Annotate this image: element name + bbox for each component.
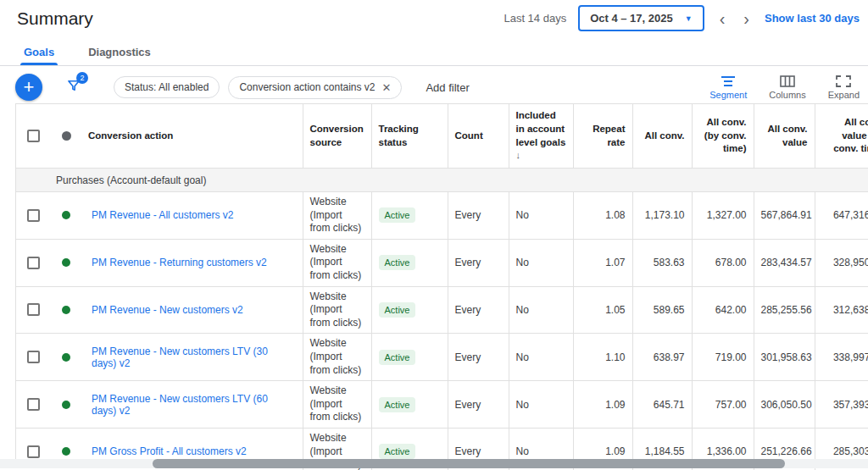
row-select-cell (15, 286, 51, 334)
plus-icon: + (24, 76, 35, 98)
conversion-action-link[interactable]: PM Revenue - Returning customers v2 (88, 257, 267, 268)
status-dot-header-cell (51, 104, 81, 169)
columns-icon (780, 75, 795, 87)
all-conv-value-cell: 567,864.91 (754, 192, 815, 240)
tab-diagnostics[interactable]: Diagnostics (83, 39, 156, 65)
included-cell: No (509, 286, 573, 334)
segment-label: Segment (709, 90, 747, 100)
all-conv-time-cell: 1,327.00 (692, 192, 754, 240)
count-cell: Every (448, 286, 509, 334)
conversion-action-cell: PM Revenue - All customers v2 (81, 192, 303, 240)
conversion-source-cell: Website (Import from clicks) (303, 239, 371, 286)
conversion-source-cell: Website (Import from clicks) (303, 286, 371, 334)
enabled-status-dot-icon (62, 306, 70, 314)
row-checkbox[interactable] (27, 257, 40, 269)
conversion-action-link[interactable]: PM Revenue - All customers v2 (88, 209, 233, 221)
columns-label: Columns (769, 90, 805, 100)
header-repeat-rate[interactable]: Repeat rate (573, 104, 632, 169)
date-range-picker[interactable]: Oct 4 – 17, 2025 ▼ (578, 5, 704, 31)
row-checkbox[interactable] (27, 209, 40, 222)
enabled-status-dot-icon (62, 353, 70, 362)
row-select-cell (15, 334, 51, 381)
all-conv-value-cell: 306,050.50 (754, 381, 815, 429)
conversion-source-cell: Website (Import from clicks) (303, 334, 371, 381)
conversion-row: PM Revenue - New customers LTV (30 days)… (15, 334, 868, 381)
all-conv-value-cell: 285,255.56 (754, 286, 815, 334)
row-status-cell (51, 286, 81, 334)
conversion-row: PM Revenue - All customers v2 Website (I… (15, 192, 868, 240)
date-range-value: Oct 4 – 17, 2025 (590, 12, 673, 25)
conversion-action-cell: PM Revenue - New customers LTV (60 days)… (81, 381, 303, 429)
included-cell: No (509, 239, 573, 286)
filter-button[interactable]: 2 (66, 78, 81, 97)
conversion-action-cell: PM Revenue - New customers LTV (30 days)… (81, 334, 303, 381)
all-conv-value-time-cell: 328,950.63 (815, 239, 868, 286)
tracking-status-badge: Active (379, 207, 416, 223)
header-all-conv-value-time[interactable]: All conv. value (by conv. time) (815, 104, 868, 169)
all-conv-cell: 645.71 (632, 381, 692, 429)
filter-chip-conversion[interactable]: Conversion action contains v2 ✕ (228, 76, 402, 99)
all-conv-value-cell: 301,958.63 (754, 334, 815, 381)
row-checkbox[interactable] (27, 303, 40, 316)
expand-label: Expand (828, 90, 860, 100)
tracking-status-cell: Active (371, 334, 448, 381)
status-dot-icon (62, 131, 71, 141)
row-select-cell (15, 239, 51, 286)
header-tracking-status[interactable]: Tracking status (371, 104, 448, 169)
date-range-cluster: Last 14 days Oct 4 – 17, 2025 ▼ ‹ › Show… (504, 5, 860, 31)
show-last-30-days-link[interactable]: Show last 30 days (765, 12, 860, 25)
count-cell: Every (448, 192, 509, 240)
included-cell: No (509, 381, 573, 429)
repeat-rate-cell: 1.09 (573, 381, 632, 429)
header-all-conv[interactable]: All conv. (632, 104, 692, 169)
row-status-cell (51, 239, 81, 286)
all-conv-value-time-cell: 312,638.62 (815, 286, 868, 334)
row-checkbox[interactable] (27, 398, 40, 411)
columns-button[interactable]: Columns (769, 75, 805, 100)
row-checkbox[interactable] (27, 351, 40, 363)
add-filter-button[interactable]: Add filter (426, 81, 469, 94)
repeat-rate-cell: 1.10 (573, 334, 632, 381)
conversion-action-link[interactable]: PM Revenue - New customers LTV (30 days)… (88, 346, 296, 369)
segment-button[interactable]: Segment (709, 75, 747, 100)
all-conv-value-time-cell: 647,316.34 (815, 192, 868, 240)
filter-count-badge: 2 (76, 72, 88, 84)
count-cell: Every (448, 239, 509, 286)
all-conv-cell: 589.65 (632, 286, 692, 334)
conversion-action-link[interactable]: PM Gross Profit - All customers v2 (88, 445, 247, 457)
expand-icon (836, 75, 851, 87)
repeat-rate-cell: 1.05 (573, 286, 632, 334)
row-checkbox[interactable] (27, 445, 40, 458)
conversion-action-link[interactable]: PM Revenue - New customers LTV (60 days)… (88, 393, 296, 417)
conversion-source-cell: Website (Import from clicks) (303, 381, 371, 429)
header-count[interactable]: Count (448, 104, 509, 169)
previous-period-button[interactable]: ‹ (716, 10, 729, 27)
add-conversion-button[interactable]: + (15, 74, 42, 101)
header-all-conv-value[interactable]: All conv. value (754, 104, 815, 169)
select-all-checkbox[interactable] (27, 130, 40, 142)
all-conv-time-cell: 642.00 (692, 286, 754, 334)
count-cell: Every (448, 334, 509, 381)
header-conversion-source[interactable]: Conversion source (303, 104, 371, 169)
header-conversion-action[interactable]: Conversion action (81, 104, 303, 169)
goal-group-label: Purchases (Account-default goal) (15, 169, 868, 192)
header-included-in-account-goals[interactable]: Included in account level goals ↓ (509, 104, 573, 169)
conversion-action-cell: PM Revenue - Returning customers v2 (81, 239, 303, 286)
tab-bar: Goals Diagnostics (0, 39, 868, 66)
chip-close-icon[interactable]: ✕ (382, 81, 392, 94)
horizontal-scrollbar[interactable] (0, 459, 868, 468)
tracking-status-cell: Active (371, 286, 448, 334)
tracking-status-badge: Active (379, 350, 416, 365)
conversion-action-link[interactable]: PM Revenue - New customers v2 (88, 304, 243, 316)
next-period-button[interactable]: › (740, 10, 753, 27)
tab-goals[interactable]: Goals (19, 39, 59, 65)
filter-chip-status[interactable]: Status: All enabled (114, 76, 220, 98)
row-select-cell (15, 192, 51, 240)
top-header: Summary Last 14 days Oct 4 – 17, 2025 ▼ … (0, 0, 868, 39)
row-status-cell (51, 381, 81, 429)
tracking-status-cell: Active (371, 381, 448, 429)
expand-button[interactable]: Expand (828, 75, 860, 100)
conversion-row: PM Revenue - Returning customers v2 Webs… (15, 239, 868, 286)
horizontal-scrollbar-thumb[interactable] (153, 459, 785, 468)
header-all-conv-time[interactable]: All conv. (by conv. time) (692, 104, 754, 169)
